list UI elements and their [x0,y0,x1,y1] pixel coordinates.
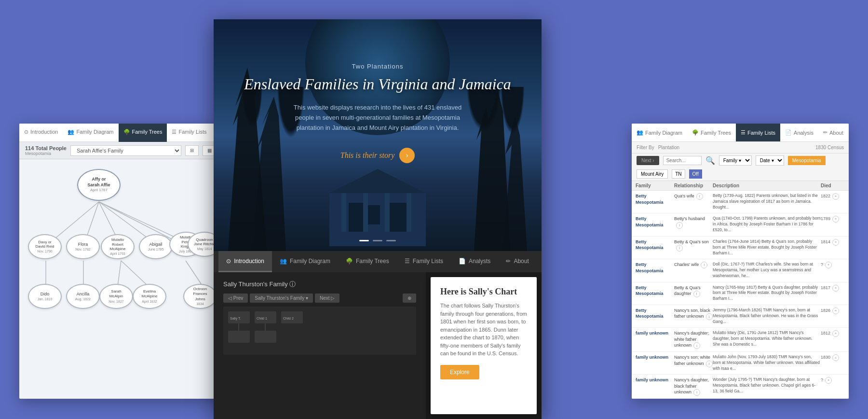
right-card-family-lists: 👥 Family Diagram 🌳 Family Trees ☰ Family… [632,124,849,399]
row-action-icon[interactable]: + [825,262,832,268]
nav-about[interactable]: ✏ About [498,251,536,272]
nav-about-icon: ✏ [506,258,511,265]
right-nav-lists[interactable]: ☰ Family Lists [736,124,780,142]
dot-1[interactable] [359,240,369,241]
table-row[interactable]: family unknown Nancy's son; white father… [632,352,849,375]
left-toolbar: 114 Total People Mesopotamia Sarah Affie… [19,142,222,159]
table-row[interactable]: family unknown Nancy's daughter, black f… [632,375,849,399]
row-action-icon[interactable]: + [832,193,839,200]
row-action-icon[interactable]: + [832,216,839,223]
root-node[interactable]: Affy orSarah Affie April 1767 [77,169,121,201]
node-evelina[interactable]: EvelinaMcAlpine April 1832 [133,284,166,309]
node-sarah-mcalpin[interactable]: SarahMcAlpin Nov. 1827 [99,284,133,309]
cta-arrow-button[interactable]: › [399,148,415,163]
nav-intro-label: Introduction [234,258,264,265]
family-filter-select[interactable]: Family ▾ [719,155,752,166]
right-nav-diagram[interactable]: 👥 Family Diagram [632,124,687,142]
row-action-icon[interactable]: + [832,285,839,292]
table-row[interactable]: Betty Mesopotamia Qua's wifei Betty (173… [632,191,849,213]
right-nav: 👥 Family Diagram 🌳 Family Trees ☰ Family… [632,124,849,142]
nav-analysts[interactable]: 📄 Analysts [451,251,498,272]
intro-icon: ⊙ [24,129,28,135]
main-card: Two Plantations Enslaved Families in Vir… [214,19,542,419]
hero-cta[interactable]: This is their story › [340,148,415,163]
row-info-icon[interactable]: i [706,313,713,320]
dot-2[interactable] [373,240,382,241]
dot-3[interactable] [386,240,396,241]
right-nav-trees[interactable]: 🌳 Family Trees [687,124,736,142]
node-flora[interactable]: Flora Nov. 1782 [66,234,100,259]
off-toggle-button[interactable]: Off [689,169,702,179]
row-info-icon[interactable]: i [706,361,713,367]
right-nav-about[interactable]: ✏ About [818,124,848,142]
left-nav-family-trees[interactable]: 🌳 Family Trees [119,124,167,142]
left-nav: ⊙ Introduction 👥 Family Diagram 🌳 Family… [19,124,222,142]
row-info-icon[interactable]: i [693,389,700,396]
col-relationship: Relationship [674,183,713,188]
sally-controls: ◁ Prev Sally Thurston's Family ▾ Next ▷ … [223,293,416,303]
table-row[interactable]: Betty Mesopotamia Betty & Qua's daughter… [632,282,849,305]
node-frances-johns[interactable]: OctroonFrancesJohns 1834 [183,284,217,309]
view-toggle-button[interactable]: ⊞ [185,145,199,156]
right-about-icon: ✏ [823,129,827,136]
search-icon: 🔍 [705,156,715,165]
prev-button[interactable]: ◁ Prev [223,293,248,303]
mount-airy-button[interactable]: Mount Airy [637,169,668,179]
family-select[interactable]: Sarah Affie's Family [70,145,181,156]
node-robert-mcalpine[interactable]: MulattoRobertMcAlpine April 1793 [101,234,135,259]
table-row[interactable]: Betty Mesopotamia Betty's husbandi Qua (… [632,213,849,236]
table-row[interactable]: family unknown Nancy's daughter; white f… [632,328,849,352]
row-action-icon[interactable]: + [825,377,832,384]
nav-family-trees[interactable]: 🌳 Family Trees [338,251,397,272]
node-ancilla[interactable]: Ancilla Aug. 1822 [66,284,100,309]
date-filter-select[interactable]: Date ▾ [756,155,784,166]
sally-title: Sally Thurston's Family ⓘ [223,280,416,289]
table-row[interactable]: Betty Mesopotamia Nancy's son, black fat… [632,305,849,328]
row-info-icon[interactable]: i [693,291,700,297]
nav-introduction[interactable]: ⊙ Introduction [218,251,272,272]
row-info-icon[interactable]: i [701,262,707,268]
svg-text:Sally T.: Sally T. [230,317,241,321]
row-action-icon[interactable]: + [832,354,839,361]
right-nav-analysis[interactable]: 📄 Analysis [780,124,818,142]
right-trees-icon: 🌳 [692,129,699,136]
row-info-icon[interactable]: i [693,342,700,349]
row-info-icon[interactable]: i [676,222,683,229]
search-input[interactable] [663,156,702,165]
hero-subtitle: Two Plantations [233,63,522,70]
svg-rect-24 [255,331,276,343]
plantation-label: Plantation [658,145,679,150]
mesopotamia-button[interactable]: Mesopotamia [788,156,826,165]
node-david-reid[interactable]: Davy orDavid Reid Nov. 1790 [28,234,62,259]
family-dropdown-button[interactable]: Sally Thurston's Family ▾ [250,293,313,303]
family-lists-icon: ☰ [172,129,176,135]
svg-rect-16 [341,193,346,232]
row-action-icon[interactable]: + [832,330,839,337]
row-action-icon[interactable]: + [832,307,839,314]
row-info-icon[interactable]: i [696,193,703,200]
row-info-icon[interactable]: i [676,245,683,251]
table-row[interactable]: Betty Mesopotamia Charles' wifei Doll (D… [632,259,849,282]
left-nav-family-lists[interactable]: ☰ Family Lists [167,124,211,142]
table-row[interactable]: Betty Mesopotamia Betty & Qua's soni Cha… [632,237,849,259]
row-action-icon[interactable]: + [832,239,839,246]
zoom-button[interactable]: ⊕ [403,293,416,303]
family-chart-svg: Sally T. Child 1 Child 2 [223,307,416,355]
nav-family-diagram[interactable]: 👥 Family Diagram [272,251,338,272]
right-diagram-icon: 👥 [637,129,643,136]
next-button[interactable]: Next ▷ [315,293,339,303]
left-nav-introduction[interactable]: ⊙ Introduction [19,124,63,142]
cta-text: This is their story [340,151,394,160]
explore-button[interactable]: Explore [440,365,479,379]
tn-toggle-button[interactable]: TN [672,169,685,179]
col-died: Died [821,183,845,188]
node-dido[interactable]: Dido Jan. 1810 [28,284,62,309]
next-filter-button[interactable]: Next › [637,156,659,165]
col-description: Description [713,183,821,188]
nav-family-lists[interactable]: ☰ Family Lists [397,251,451,272]
family-diagram-icon: 👥 [68,129,74,135]
svg-rect-11 [329,193,426,246]
node-abigail[interactable]: Abigail June 1795 [139,234,173,259]
left-nav-family-diagram[interactable]: 👥 Family Diagram [63,124,118,142]
right-lists-icon: ☰ [741,129,746,136]
